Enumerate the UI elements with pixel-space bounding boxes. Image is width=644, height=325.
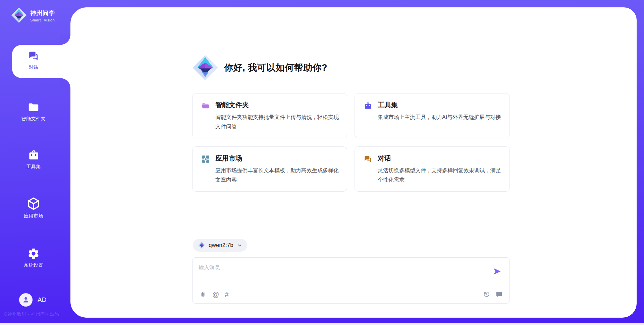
card-title: 智能文件夹 <box>215 101 339 110</box>
main-panel: 你好, 我可以如何帮助你? 智能文件夹 智能文件夹功能支持批量文件上传与清洗，轻… <box>70 7 637 318</box>
brand-text: 神州问学 Smart Vision <box>30 7 55 22</box>
card-body: 对话 灵活切换多模型文件，支持多样回复效果调试，满足个性化需求 <box>378 154 501 185</box>
paperclip-icon[interactable] <box>199 291 207 298</box>
composer: @ # <box>192 257 510 304</box>
model-selector[interactable]: qwen2:7b <box>193 239 247 252</box>
briefcase-icon <box>28 149 40 161</box>
briefcase-icon <box>364 102 372 110</box>
card-body: 智能文件夹 智能文件夹功能支持批量文件上传与清洗，轻松实现文件问答 <box>215 101 339 131</box>
greeting: 你好, 我可以如何帮助你? <box>192 54 327 81</box>
grid-icon <box>201 155 210 164</box>
folder-open-icon <box>201 102 210 110</box>
cube-icon <box>26 197 41 211</box>
send-button[interactable] <box>493 267 501 276</box>
composer-toolbar: @ # <box>199 290 503 299</box>
user-profile[interactable]: AD <box>19 293 46 307</box>
card-title: 对话 <box>378 154 501 163</box>
sidebar-item-label: 工具集 <box>26 164 41 170</box>
brand-logo-diamond-icon <box>11 7 27 23</box>
message-input[interactable] <box>199 262 480 274</box>
card-smart-folder[interactable]: 智能文件夹 智能文件夹功能支持批量文件上传与清洗，轻松实现文件问答 <box>192 93 347 138</box>
card-body: 工具集 集成市场上主流工具，助力AI与外界无缝扩展与对接 <box>378 101 501 131</box>
copyright-text: ©神州数码 · 神州问学出品 <box>4 311 59 317</box>
model-name: qwen2:7b <box>209 242 233 249</box>
brand: 神州问学 Smart Vision <box>11 7 55 23</box>
card-title: 工具集 <box>378 101 501 110</box>
sidebar-item-chat[interactable]: 对话 <box>12 45 70 78</box>
greeting-title: 你好, 我可以如何帮助你? <box>224 62 327 74</box>
toolbar-left: @ # <box>199 291 228 298</box>
feature-cards: 智能文件夹 智能文件夹功能支持批量文件上传与清洗，轻松实现文件问答 工具集 集成… <box>192 93 510 192</box>
card-description: 集成市场上主流工具，助力AI与外界无缝扩展与对接 <box>378 113 501 122</box>
folder-icon <box>27 101 40 114</box>
brand-subtitle: Smart Vision <box>30 18 55 22</box>
chat-bubbles-icon <box>28 50 39 62</box>
sidebar-item-toolset[interactable]: 工具集 <box>0 147 67 172</box>
sidebar-item-smart-folder[interactable]: 智能文件夹 <box>0 99 67 123</box>
sidebar-item-chat-content: 对话 <box>12 45 55 78</box>
toolbar-right <box>483 291 503 298</box>
history-icon[interactable] <box>483 291 490 298</box>
gear-icon <box>27 247 40 260</box>
sidebar-item-label: 智能文件夹 <box>21 116 46 122</box>
chat-square-icon[interactable] <box>495 291 503 298</box>
composer-divider <box>198 284 504 284</box>
sidebar-item-settings[interactable]: 系统设置 <box>0 246 67 270</box>
chevron-down-icon <box>237 243 242 248</box>
bottom-edge-strip <box>0 323 644 325</box>
model-logo-diamond-icon <box>198 241 206 249</box>
person-icon <box>22 296 30 304</box>
sidebar-item-app-market[interactable]: 应用市场 <box>0 196 67 220</box>
card-description: 灵活切换多模型文件，支持多样回复效果调试，满足个性化需求 <box>378 166 501 185</box>
sidebar: 神州问学 Smart Vision 对话 智能文件夹 <box>0 0 70 325</box>
card-description: 智能文件夹功能支持批量文件上传与清洗，轻松实现文件问答 <box>215 113 339 131</box>
brand-name: 神州问学 <box>30 9 55 17</box>
active-tab-fillet-bottom <box>60 78 70 88</box>
send-icon <box>493 267 501 276</box>
sidebar-item-label: 应用市场 <box>24 213 43 219</box>
active-tab-fillet-top <box>60 35 70 45</box>
card-body: 应用市场 应用市场提供丰富长文本模板，助力高效生成多样化文章内容 <box>215 154 339 185</box>
greeting-logo-diamond-icon <box>192 54 218 81</box>
sidebar-item-label: 对话 <box>29 64 39 70</box>
card-toolset[interactable]: 工具集 集成市场上主流工具，助力AI与外界无缝扩展与对接 <box>355 93 510 138</box>
sidebar-item-label: 系统设置 <box>24 262 43 268</box>
card-description: 应用市场提供丰富长文本模板，助力高效生成多样化文章内容 <box>215 166 339 185</box>
card-app-market[interactable]: 应用市场 应用市场提供丰富长文本模板，助力高效生成多样化文章内容 <box>192 146 347 192</box>
card-title: 应用市场 <box>215 154 339 163</box>
app-background: 神州问学 Smart Vision 对话 智能文件夹 <box>0 0 644 325</box>
chat-bubbles-icon <box>364 155 372 164</box>
hash-icon[interactable]: # <box>225 291 228 298</box>
user-initials: AD <box>38 296 46 304</box>
card-chat[interactable]: 对话 灵活切换多模型文件，支持多样回复效果调试，满足个性化需求 <box>355 146 510 192</box>
at-sign-icon[interactable]: @ <box>212 291 219 298</box>
avatar <box>19 293 33 307</box>
